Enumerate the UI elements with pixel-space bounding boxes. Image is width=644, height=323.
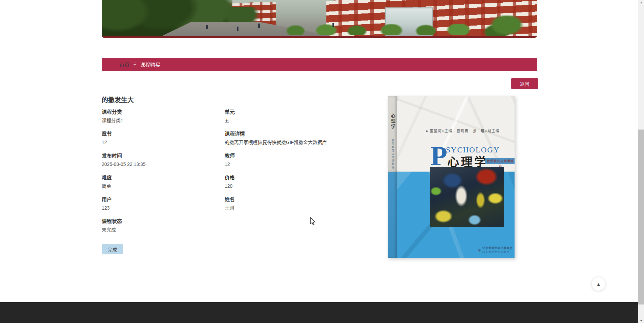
book-cover-front: ● 董圣河○主编 曾晓青 张 瑾○副主编 P SYCHOLOGY 心理学 教师教… xyxy=(397,96,515,258)
field-value: 未完成 xyxy=(102,227,225,233)
book-title-initial: P xyxy=(430,145,447,167)
arrow-up-icon: ▲ xyxy=(597,282,601,287)
book-spine: 心理学 教师教育公共课教程 xyxy=(388,96,397,258)
banner-person xyxy=(332,23,334,27)
banner-person xyxy=(258,24,260,28)
book-spine-subtitle: 教师教育公共课教程 xyxy=(391,139,394,169)
vertical-scrollbar[interactable]: ▲ ▼ xyxy=(638,0,644,323)
field-label: 章节 xyxy=(102,131,225,137)
field-status: 课程状态 未完成 xyxy=(102,219,225,241)
field-label: 难度 xyxy=(102,175,225,180)
scrollbar-down-arrow-icon[interactable]: ▼ xyxy=(638,318,644,323)
page-footer xyxy=(0,302,644,323)
field-label: 发布时间 xyxy=(102,153,225,158)
campus-banner-image xyxy=(102,0,537,38)
banner-person xyxy=(237,27,238,31)
content-divider xyxy=(102,271,537,271)
field-chapter: 章节 12 xyxy=(102,131,225,153)
field-difficulty: 难度 简单 xyxy=(102,175,225,197)
field-value: 123 xyxy=(102,205,225,211)
book-publisher: ◈ 北京师范大学出版集团 北京师范大学出版社 xyxy=(478,246,513,253)
book-abstract-painting xyxy=(430,167,504,227)
scrollbar-thumb[interactable] xyxy=(638,130,644,304)
publisher-name: 北京师范大学出版集团 xyxy=(482,246,513,250)
book-spine-title: 心理学 xyxy=(390,113,396,130)
scrollbar-up-arrow-icon[interactable]: ▲ xyxy=(638,0,644,5)
page: 首页 Ξ 课程购买 返回 的撒发生大 课程分类 课程分类1 单元 五 章节 12… xyxy=(0,0,644,323)
scroll-to-top-button[interactable]: ▲ xyxy=(592,277,605,291)
complete-button[interactable]: 完成 xyxy=(102,244,123,254)
breadcrumb-home-link[interactable]: 首页 xyxy=(119,61,129,68)
book-series-ribbon: 教师教育公共课教程 xyxy=(485,158,515,164)
field-label: 用户 xyxy=(102,197,225,202)
field-value: 简单 xyxy=(102,183,225,189)
publisher-press: 北京师范大学出版社 xyxy=(482,250,513,253)
book-authors: ● 董圣河○主编 曾晓青 张 瑾○副主编 xyxy=(426,128,500,133)
banner-red-stripe xyxy=(102,36,537,38)
field-category: 课程分类 课程分类1 xyxy=(102,109,225,131)
banner-shrubs xyxy=(280,24,472,36)
page-title: 的撒发生大 xyxy=(102,95,134,104)
field-label: 课程分类 xyxy=(102,109,225,115)
field-publish-time: 发布时间 2025-03-05 22:13:35 xyxy=(102,153,225,175)
field-value: 2025-03-05 22:13:35 xyxy=(102,161,225,167)
field-label: 课程状态 xyxy=(102,219,225,224)
course-cover-image: 心理学 教师教育公共课教程 ● 董圣河○主编 曾晓青 张 瑾○副主编 P SYC… xyxy=(388,96,515,258)
book-page-edge xyxy=(514,96,515,258)
breadcrumb: 首页 Ξ 课程购买 xyxy=(102,58,537,71)
back-button[interactable]: 返回 xyxy=(511,78,538,89)
field-value: 12 xyxy=(102,139,225,145)
breadcrumb-current: 课程购买 xyxy=(140,61,160,68)
banner-shrub-right xyxy=(481,15,533,36)
breadcrumb-separator-icon: Ξ xyxy=(132,62,137,67)
field-user: 用户 123 xyxy=(102,197,225,219)
field-value: 课程分类1 xyxy=(102,117,225,123)
banner-person xyxy=(206,25,208,29)
publisher-logo-icon: ◈ xyxy=(478,248,481,252)
